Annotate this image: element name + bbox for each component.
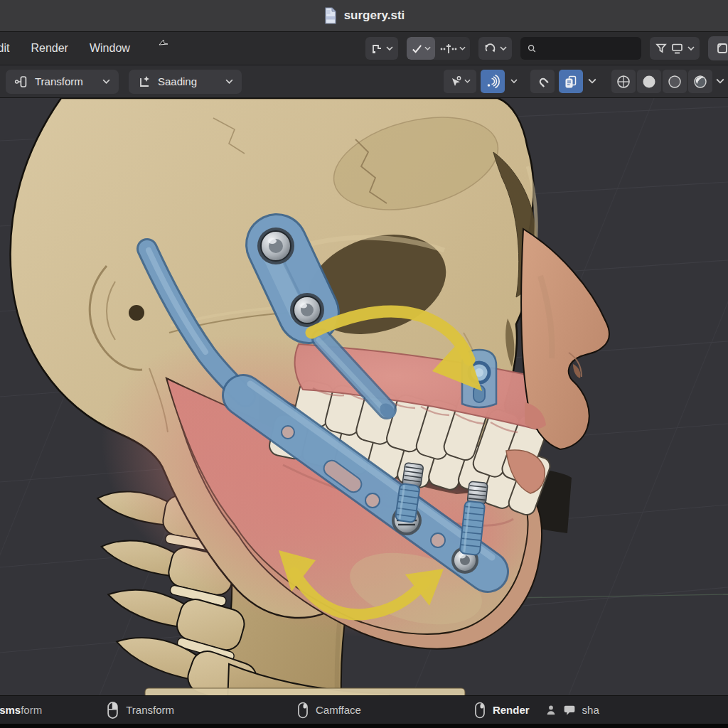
chevron-down-icon [464,79,471,84]
chevron-down-icon [424,46,431,51]
menu-render[interactable]: Render [31,42,68,55]
mouse-left-icon [106,701,119,719]
filter-display-button[interactable] [650,37,700,60]
status-bar: nsmsform Transform Camfface Render [0,695,728,724]
status-label: Camfface [316,704,361,716]
search-icon [527,43,537,54]
filter-icon [655,42,668,55]
chevron-down-icon[interactable] [588,78,596,85]
tool-bar: Transform Saading [0,65,728,98]
editor-type-icon [370,42,383,55]
search-box[interactable] [520,37,641,60]
overlays-button[interactable] [559,70,583,93]
editor-type-button[interactable] [365,37,398,60]
select-tool-button[interactable] [444,70,476,93]
status-item-render: Render [473,701,530,719]
window-titlebar: surgery.sti [0,0,728,32]
chat-bubble-icon [563,704,576,717]
status-item-camera: Camfface [296,701,361,719]
window-title: surgery.sti [344,9,405,23]
bone-screw [257,228,294,264]
shading-dropdown-label: Saading [158,75,219,87]
overlays-icon [564,75,578,89]
adjustments-icon [439,43,458,55]
document-icon [323,7,338,24]
snap-magnet-button[interactable] [530,70,555,93]
display-icon [670,42,685,55]
chevron-down-icon[interactable] [510,79,518,84]
status-label: Transform [126,704,174,716]
clavicle-bone-strip [145,688,465,695]
mouse-right-icon [473,701,486,719]
snap-mode-group[interactable] [407,37,470,60]
adjustments-segment[interactable] [435,43,470,55]
workspace-box-button[interactable] [708,36,728,60]
wireframe-shading-button[interactable] [611,70,636,93]
plate-hole [282,426,294,439]
material-shading-button[interactable] [663,70,687,93]
plate-hole [365,493,380,508]
menu-edit[interactable]: idit [0,42,9,55]
status-label: nsms [0,704,21,716]
viewport-canvas[interactable] [0,98,728,695]
viewport-shading-group [611,70,712,93]
box-icon [715,41,728,55]
proportional-edit-icon [486,75,500,89]
status-label: Render [493,704,530,716]
person-icon [545,704,557,717]
transform-dropdown-label: Transform [35,75,96,87]
chevron-down-icon [102,79,110,85]
menu-window[interactable]: Window [90,42,130,55]
search-input[interactable] [542,42,635,55]
status-label: sha [582,704,599,716]
viewport-3d[interactable] [0,98,728,695]
chevron-down-icon [225,79,233,85]
solid-sphere-icon [641,74,657,90]
plate-hole [431,533,445,547]
mouse-cursor [158,38,169,48]
transform-icon [14,75,28,89]
shading-dropdown[interactable]: Saading [129,70,242,94]
mouse-right-icon [296,701,309,719]
chevron-down-icon [687,46,695,51]
orbit-gizmo-button[interactable] [478,37,512,60]
checkmark-segment[interactable] [407,37,435,60]
orbit-icon [483,42,497,55]
wireframe-sphere-icon [616,74,631,90]
chevron-down-icon [459,46,466,51]
proportional-edit-button[interactable] [481,70,505,93]
status-item-transform: Transform [106,701,174,719]
rendered-sphere-icon [692,74,708,90]
rendered-shading-button[interactable] [688,70,712,93]
menu-bar: idit Render Window [0,32,728,65]
status-item-sha: sha [545,704,599,717]
transform-dropdown[interactable]: Transform [6,70,119,94]
shading-icon [137,75,151,89]
material-sphere-icon [667,74,682,90]
chevron-down-icon[interactable] [716,78,724,85]
checkmark-icon [411,43,423,55]
status-item-transform-partial: nsmsform [0,704,42,716]
chevron-down-icon [386,46,393,51]
magnet-icon [536,75,550,88]
bone-screw [290,293,324,327]
cursor-icon [449,75,462,88]
bottom-edge-strip [0,724,728,728]
solid-shading-button[interactable] [637,70,661,93]
chevron-down-icon [500,46,507,51]
